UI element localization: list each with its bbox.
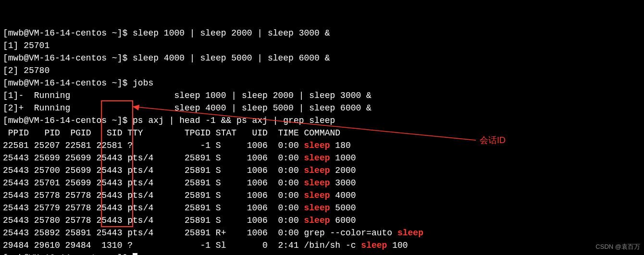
prompt: [mwb@VM-16-14-centos ~]$: [3, 78, 133, 88]
job-line: [1]- Running sleep 1000 | sleep 2000 | s…: [3, 91, 372, 100]
command-text: sleep 1000 | sleep 2000 | sleep 3000 &: [133, 28, 330, 38]
ps-header: PPID PID PGID SID TTY TPGID STAT UID TIM…: [3, 128, 340, 138]
job-id: [1] 25701: [3, 41, 50, 50]
cmd-text: 4000: [330, 191, 356, 200]
grep-match: sleep: [304, 191, 330, 200]
cmd-text: 180: [330, 141, 351, 150]
command-text: ps axj | head -1 && ps axj | grep sleep: [133, 116, 335, 125]
cmd-text: 3000: [330, 178, 356, 188]
job-line: [2]+ Running sleep 4000 | sleep 5000 | s…: [3, 103, 372, 113]
grep-match: sleep: [304, 216, 330, 225]
ps-row: 25443 25892 25891 25443 pts/4 25891 R+ 1…: [3, 228, 423, 238]
job-id: [2] 25780: [3, 66, 50, 75]
ps-row: 25443 25701 25699 25443 pts/4 25891 S 10…: [3, 178, 356, 188]
ps-row: 29484 29610 29484 1310 ? -1 Sl 0 2:41 /b…: [3, 241, 408, 250]
cmd-text: 1000: [330, 153, 356, 163]
prompt: [mwb@VM-16-14-centos ~]$: [3, 253, 133, 255]
ps-row: 22581 25207 22581 22581 ? -1 S 1006 0:00…: [3, 141, 351, 150]
prompt: [mwb@VM-16-14-centos ~]$: [3, 116, 133, 125]
cursor[interactable]: [133, 253, 137, 255]
terminal[interactable]: 会话ID [mwb@VM-16-14-centos ~]$ sleep 1000…: [0, 0, 644, 255]
cmd-text: 2000: [330, 166, 356, 175]
cmd-text: grep --color=auto: [304, 228, 397, 238]
ps-row: 25443 25780 25778 25443 pts/4 25891 S 10…: [3, 216, 356, 225]
ps-row: 25443 25700 25699 25443 pts/4 25891 S 10…: [3, 166, 356, 175]
prompt: [mwb@VM-16-14-centos ~]$: [3, 53, 133, 63]
prompt: [mwb@VM-16-14-centos ~]$: [3, 28, 133, 38]
command-text: jobs: [133, 78, 153, 88]
grep-match: sleep: [304, 153, 330, 163]
command-text: sleep 4000 | sleep 5000 | sleep 6000 &: [133, 53, 330, 63]
cmd-text: /bin/sh -c: [304, 241, 361, 250]
cmd-text: 100: [387, 241, 408, 250]
watermark: CSDN @袁百万: [595, 243, 640, 251]
annotation-label: 会话ID: [480, 135, 506, 145]
grep-match: sleep: [304, 203, 330, 213]
ps-row: 25443 25778 25778 25443 pts/4 25891 S 10…: [3, 191, 356, 200]
grep-match: sleep: [397, 228, 423, 238]
cmd-text: 5000: [330, 203, 356, 213]
grep-match: sleep: [304, 166, 330, 175]
ps-row: 25443 25699 25699 25443 pts/4 25891 S 10…: [3, 153, 356, 163]
ps-row: 25443 25779 25778 25443 pts/4 25891 S 10…: [3, 203, 356, 213]
grep-match: sleep: [361, 241, 387, 250]
grep-match: sleep: [304, 178, 330, 188]
grep-match: sleep: [304, 141, 330, 150]
cmd-text: 6000: [330, 216, 356, 225]
